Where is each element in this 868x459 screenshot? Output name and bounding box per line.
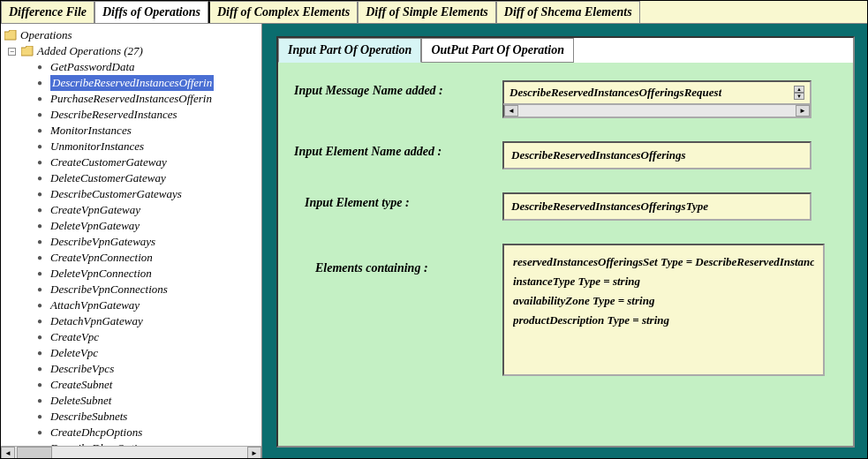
bullet-icon: ● <box>36 286 43 293</box>
field-horizontal-scrollbar[interactable]: ◄ ► <box>502 104 811 118</box>
tab-output-part[interactable]: OutPut Part Of Operation <box>421 38 574 63</box>
bullet-icon: ● <box>36 254 43 261</box>
label-input-element-name: Input Element Name added : <box>294 141 495 159</box>
tree-horizontal-scrollbar[interactable]: ◄ ► <box>1 446 261 459</box>
bullet-icon: ● <box>36 79 43 87</box>
bullet-icon: ● <box>36 95 43 102</box>
tree-item[interactable]: ●DescribeVpcs <box>36 361 260 377</box>
scroll-right-icon[interactable]: ► <box>247 447 261 459</box>
tree-item-label: DescribeVpcs <box>50 361 114 377</box>
bullet-icon: ● <box>36 318 43 325</box>
input-message-name-field[interactable]: DescribeReservedInstancesOfferingsReques… <box>502 80 811 118</box>
tree-item-label: DeleteVpnGateway <box>50 218 140 234</box>
tree-item-label: DeleteSubnet <box>50 393 111 409</box>
tree-item[interactable]: ●DeleteVpnConnection <box>36 266 260 282</box>
detail-panel: Input Part Of Operation OutPut Part Of O… <box>262 24 867 459</box>
spin-up-icon[interactable]: ▲ <box>794 86 804 93</box>
scroll-left-icon[interactable]: ◄ <box>504 105 518 117</box>
bullet-icon: ● <box>36 64 43 71</box>
elements-containing-field[interactable]: reservedInstancesOfferingsSet Type = Des… <box>502 244 825 376</box>
tree-item-label: DescribeDhcpOptions <box>50 440 153 446</box>
tree-item[interactable]: ●CreateVpnGateway <box>36 202 260 218</box>
tree-item[interactable]: ●CreateVpc <box>36 329 260 345</box>
tab-diff-schema-elements[interactable]: Diff of Shcema Elements <box>496 1 640 23</box>
bullet-icon: ● <box>36 191 43 198</box>
input-element-name-field[interactable]: DescribeReservedInstancesOfferings <box>502 141 811 169</box>
tree-item-label: DescribeVpnGateways <box>50 234 155 250</box>
tree-item[interactable]: ●DeleteCustomerGateway <box>36 170 260 186</box>
tree-item[interactable]: ●DescribeSubnets <box>36 409 260 425</box>
tree-item-label: AttachVpnGateway <box>50 297 140 313</box>
bullet-icon: ● <box>36 127 43 134</box>
tree-item[interactable]: ●DescribeReservedInstancesOfferin <box>36 75 260 91</box>
bullet-icon: ● <box>36 143 43 150</box>
label-elements-containing: Elements containing : <box>294 244 495 275</box>
tree-item-label: DescribeVpnConnections <box>50 282 168 297</box>
tree-item[interactable]: ●DescribeReservedInstances <box>36 107 260 123</box>
spin-down-icon[interactable]: ▼ <box>794 93 804 100</box>
tab-input-part[interactable]: Input Part Of Operation <box>278 38 421 63</box>
tree-item[interactable]: ●CreateDhcpOptions <box>36 425 260 440</box>
containing-line: instanceType Type = string <box>513 272 814 291</box>
tree-item-label: MonitorInstances <box>50 123 132 139</box>
tree-item[interactable]: ●CreateSubnet <box>36 377 260 393</box>
tree-item[interactable]: ●MonitorInstances <box>36 123 260 139</box>
tree-item-label: CreateVpnGateway <box>50 202 140 218</box>
collapse-icon[interactable]: − <box>8 48 16 56</box>
containing-line: reservedInstancesOfferingsSet Type = Des… <box>513 252 814 272</box>
tree-item-label: CreateVpnConnection <box>50 250 153 266</box>
tree-item[interactable]: ●GetPasswordData <box>36 59 260 75</box>
containing-line: availabilityZone Type = string <box>513 291 814 311</box>
tab-diffs-of-operations[interactable]: Diffs of Operations <box>94 1 208 23</box>
tree-group-added-operations[interactable]: − Added Operations (27) <box>8 43 260 59</box>
tree-item-label: DescribeSubnets <box>50 409 127 425</box>
bullet-icon: ● <box>36 429 43 436</box>
bullet-icon: ● <box>36 207 43 214</box>
tab-diff-complex-elements[interactable]: Diff of Complex Elements <box>208 1 358 23</box>
input-element-name-value: DescribeReservedInstancesOfferings <box>511 148 686 162</box>
tree-item-label: CreateCustomerGateway <box>50 154 167 170</box>
scroll-track[interactable] <box>518 105 796 117</box>
tree-item[interactable]: ●PurchaseReservedInstancesOfferin <box>36 91 260 107</box>
main-tab-bar: Difference File Diffs of Operations Diff… <box>1 1 867 24</box>
tree-item[interactable]: ●DescribeVpnConnections <box>36 282 260 297</box>
tree-item-label: CreateVpc <box>50 329 99 345</box>
tree-item[interactable]: ●DeleteSubnet <box>36 393 260 409</box>
scroll-right-icon[interactable]: ► <box>796 105 810 117</box>
scroll-left-icon[interactable]: ◄ <box>1 447 15 459</box>
tree-item-label: DeleteCustomerGateway <box>50 170 166 186</box>
bullet-icon: ● <box>36 397 43 404</box>
tree-item[interactable]: ●DetachVpnGateway <box>36 313 260 329</box>
tree-item-label: DescribeCustomerGateways <box>50 186 182 202</box>
tree-item-label: DeleteVpc <box>50 345 98 361</box>
tree-item[interactable]: ●DeleteVpc <box>36 345 260 361</box>
tree-item[interactable]: ●DeleteVpnGateway <box>36 218 260 234</box>
bullet-icon: ● <box>36 175 43 182</box>
bullet-icon: ● <box>36 302 43 309</box>
scroll-track[interactable] <box>52 447 247 459</box>
tab-difference-file[interactable]: Difference File <box>1 1 94 23</box>
tree-item[interactable]: ●AttachVpnGateway <box>36 297 260 313</box>
bullet-icon: ● <box>36 334 43 341</box>
scroll-thumb[interactable] <box>17 447 52 459</box>
bullet-icon: ● <box>36 222 43 230</box>
bullet-icon: ● <box>36 270 43 277</box>
tree-item-label: DetachVpnGateway <box>50 313 143 329</box>
input-element-type-field[interactable]: DescribeReservedInstancesOfferingsType <box>502 192 811 221</box>
tree-root[interactable]: Operations <box>4 27 260 43</box>
tree-item-label: UnmonitorInstances <box>50 139 144 154</box>
spin-buttons[interactable]: ▲ ▼ <box>794 86 804 100</box>
tree-item[interactable]: ●CreateVpnConnection <box>36 250 260 266</box>
tree-item[interactable]: ●UnmonitorInstances <box>36 139 260 154</box>
tree-item[interactable]: ●CreateCustomerGateway <box>36 154 260 170</box>
input-message-name-value: DescribeReservedInstancesOfferingsReques… <box>509 86 721 100</box>
tree-item-label: DescribeReservedInstancesOfferin <box>50 75 214 91</box>
containing-line: productDescription Type = string <box>513 311 814 330</box>
folder-icon <box>4 30 17 41</box>
inner-tab-bar: Input Part Of Operation OutPut Part Of O… <box>278 38 853 63</box>
tab-diff-simple-elements[interactable]: Diff of Simple Elements <box>358 1 496 23</box>
tree-group-label: Added Operations (27) <box>37 44 143 58</box>
tree-item[interactable]: ●DescribeVpnGateways <box>36 234 260 250</box>
label-input-element-type: Input Element type : <box>294 192 495 210</box>
tree-item[interactable]: ●DescribeCustomerGateways <box>36 186 260 202</box>
